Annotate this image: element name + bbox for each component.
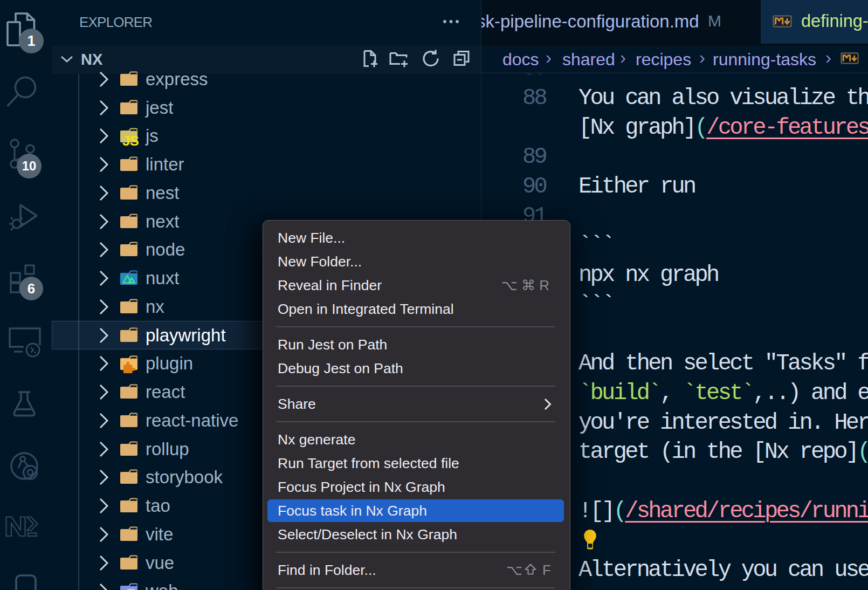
svg-text:JS: JS	[122, 133, 139, 149]
